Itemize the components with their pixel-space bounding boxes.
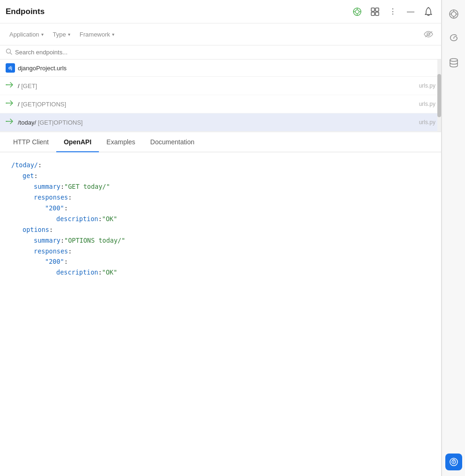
tab-openapi[interactable]: OpenAPI xyxy=(56,133,99,152)
code-line-1: /today/: xyxy=(11,160,430,171)
search-bar xyxy=(0,45,441,60)
code-line-3: summary: "GET today/" xyxy=(11,181,430,192)
sidebar-active-icon xyxy=(449,457,459,467)
tab-http-client[interactable]: HTTP Client xyxy=(6,133,56,152)
sidebar-database-btn[interactable] xyxy=(445,54,462,71)
code-line-7: options: xyxy=(11,224,430,235)
search-icon xyxy=(6,48,12,56)
bell-icon xyxy=(424,7,433,16)
code-panel[interactable]: /today/: get: summary: "GET today/" resp… xyxy=(0,152,441,476)
code-line-8: summary: "OPTIONS today/" xyxy=(11,235,430,246)
code-line-9: responses: xyxy=(11,246,430,257)
svg-rect-6 xyxy=(371,8,375,11)
sidebar-target-btn[interactable] xyxy=(445,6,462,22)
arrow-icon-1 xyxy=(6,100,14,108)
scrollbar-thumb[interactable] xyxy=(437,74,441,117)
application-filter[interactable]: Application ▾ xyxy=(6,29,47,40)
minimize-icon: — xyxy=(407,7,414,16)
tab-documentation[interactable]: Documentation xyxy=(143,133,202,152)
arrow-icon-2 xyxy=(6,118,14,126)
svg-point-15 xyxy=(451,12,456,16)
sidebar-active-btn[interactable] xyxy=(445,454,462,470)
sidebar-spiral-btn[interactable] xyxy=(445,30,462,47)
svg-point-23 xyxy=(453,461,454,463)
eye-icon xyxy=(424,31,433,37)
svg-rect-9 xyxy=(375,12,379,15)
sidebar-target-icon xyxy=(449,9,459,19)
tab-examples[interactable]: Examples xyxy=(99,133,142,152)
eye-visibility-btn[interactable] xyxy=(421,27,435,41)
endpoint-row-1[interactable]: / [GET|OPTIONS] urls.py xyxy=(0,95,441,113)
tab-bar: HTTP Client OpenAPI Examples Documentati… xyxy=(0,132,441,152)
target-icon-btn[interactable] xyxy=(350,5,364,19)
endpoint-row-0[interactable]: / [GET] urls.py xyxy=(0,77,441,95)
framework-chevron-icon: ▾ xyxy=(112,32,114,37)
sidebar-spiral-icon xyxy=(449,33,459,44)
endpoint-file-0: urls.py xyxy=(419,82,435,89)
application-chevron-icon: ▾ xyxy=(41,32,44,37)
arrow-icon-0 xyxy=(6,82,14,90)
target-icon xyxy=(352,7,362,16)
endpoint-file-1: urls.py xyxy=(419,101,435,107)
sidebar-database-icon xyxy=(449,58,458,68)
svg-rect-7 xyxy=(375,8,379,11)
project-icon: dj xyxy=(6,63,15,73)
code-line-11: description: "OK" xyxy=(11,267,430,278)
endpoint-row-2[interactable]: /today/ [GET|OPTIONS] urls.py xyxy=(0,113,441,132)
code-line-5: "200": xyxy=(11,203,430,214)
endpoint-file-2: urls.py xyxy=(419,119,435,126)
filter-bar: Application ▾ Type ▾ Framework ▾ xyxy=(0,23,441,45)
code-line-2: get: xyxy=(11,171,430,181)
svg-point-20 xyxy=(450,59,458,61)
minimize-btn[interactable]: — xyxy=(404,5,418,19)
code-line-4: responses: xyxy=(11,192,430,203)
type-chevron-icon: ▾ xyxy=(68,32,70,37)
scrollbar-track[interactable] xyxy=(437,60,441,132)
more-icon: ⋮ xyxy=(389,7,397,16)
code-line-10: "200": xyxy=(11,256,430,267)
type-filter[interactable]: Type ▾ xyxy=(49,29,74,40)
right-sidebar xyxy=(442,0,465,476)
endpoint-path-0: / [GET] xyxy=(18,82,419,89)
framework-filter[interactable]: Framework ▾ xyxy=(76,29,118,40)
svg-point-1 xyxy=(355,10,359,14)
project-name: djangoProject.urls xyxy=(18,65,67,72)
svg-line-13 xyxy=(10,53,12,55)
endpoint-path-2: /today/ [GET|OPTIONS] xyxy=(18,119,419,126)
bell-btn[interactable] xyxy=(421,5,435,19)
grid-icon xyxy=(371,7,379,16)
project-header: dj djangoProject.urls xyxy=(0,60,441,77)
header: Endpoints xyxy=(0,0,441,23)
header-actions: ⋮ — xyxy=(350,5,435,19)
endpoint-list: dj djangoProject.urls / [GET] urls.py xyxy=(0,60,441,132)
more-icon-btn[interactable]: ⋮ xyxy=(386,5,400,19)
endpoint-path-1: / [GET|OPTIONS] xyxy=(18,101,419,108)
page-title: Endpoints xyxy=(6,7,45,16)
code-line-6: description: "OK" xyxy=(11,214,430,224)
grid-icon-btn[interactable] xyxy=(368,5,382,19)
svg-rect-8 xyxy=(371,12,375,15)
search-input[interactable] xyxy=(15,49,435,56)
